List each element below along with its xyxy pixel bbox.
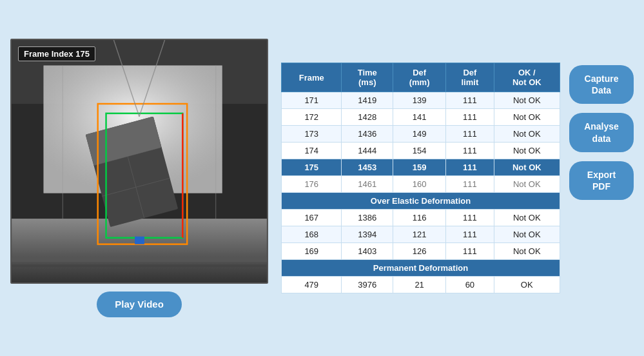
table-row: 167 1386 116 111 Not OK [282, 210, 560, 226]
video-frame: Frame Index 175 [10, 39, 268, 284]
cell-time: 1428 [342, 109, 393, 126]
cell-status: Not OK [494, 210, 560, 226]
capture-data-button[interactable]: Capture Data [569, 65, 634, 104]
table-header-row: Frame Time(ms) Def(mm) Deflimit OK /Not … [282, 63, 560, 92]
section-title-permanent: Permanent Deformation [282, 260, 560, 277]
cell-limit: 111 [446, 159, 494, 176]
cell-frame: 175 [282, 159, 342, 176]
section-title-over-elastic: Over Elastic Deformation [282, 193, 560, 210]
cell-limit: 111 [446, 126, 494, 143]
cell-def: 160 [393, 176, 446, 193]
side-buttons-panel: Capture Data Analyse data Export PDF [569, 63, 634, 200]
table-row: 169 1403 126 111 Not OK [282, 243, 560, 260]
svg-rect-5 [12, 257, 267, 262]
col-header-limit: Deflimit [446, 63, 494, 92]
cell-def: 149 [393, 126, 446, 143]
cell-def: 126 [393, 243, 446, 260]
left-panel: Frame Index 175 [10, 39, 268, 317]
svg-rect-4 [12, 219, 267, 282]
data-table: Frame Time(ms) Def(mm) Deflimit OK /Not … [281, 63, 560, 293]
section-header-over-elastic: Over Elastic Deformation [282, 193, 560, 210]
cell-time: 1386 [342, 210, 393, 226]
cell-limit: 111 [446, 143, 494, 159]
table-row: 173 1436 149 111 Not OK [282, 126, 560, 143]
cell-status: Not OK [494, 226, 560, 243]
cell-status: Not OK [494, 109, 560, 126]
table-row: 171 1419 139 111 Not OK [282, 92, 560, 109]
svg-rect-6 [12, 265, 267, 268]
cell-frame: 479 [282, 277, 342, 293]
cell-status: OK [494, 277, 560, 293]
analyse-data-button[interactable]: Analyse data [569, 113, 634, 152]
cell-frame: 171 [282, 92, 342, 109]
table-row-partial: 176 1461 160 111 Not OK [282, 176, 560, 193]
cell-def: 141 [393, 109, 446, 126]
col-header-def: Def(mm) [393, 63, 446, 92]
cell-limit: 111 [446, 176, 494, 193]
cell-frame: 172 [282, 109, 342, 126]
cell-status: Not OK [494, 243, 560, 260]
cell-time: 1419 [342, 92, 393, 109]
cell-def: 154 [393, 143, 446, 159]
cell-time: 1453 [342, 159, 393, 176]
cell-status: Not OK [494, 92, 560, 109]
cell-limit: 111 [446, 243, 494, 260]
section-header-permanent: Permanent Deformation [282, 260, 560, 277]
cell-def: 159 [393, 159, 446, 176]
cell-time: 1436 [342, 126, 393, 143]
play-video-button[interactable]: Play Video [97, 292, 182, 317]
cell-time: 1403 [342, 243, 393, 260]
cell-status: Not OK [494, 143, 560, 159]
cell-time: 1444 [342, 143, 393, 159]
cell-time: 1394 [342, 226, 393, 243]
cell-frame: 176 [282, 176, 342, 193]
export-pdf-button[interactable]: Export PDF [569, 161, 634, 200]
frame-label: Frame Index 175 [18, 46, 95, 61]
cell-frame: 167 [282, 210, 342, 226]
table-row-highlighted: 175 1453 159 111 Not OK [282, 159, 560, 176]
cell-status: Not OK [494, 159, 560, 176]
table-row: 172 1428 141 111 Not OK [282, 109, 560, 126]
col-header-time: Time(ms) [342, 63, 393, 92]
cell-limit: 60 [446, 277, 494, 293]
svg-rect-15 [135, 237, 144, 244]
col-header-frame: Frame [282, 63, 342, 92]
cell-limit: 111 [446, 92, 494, 109]
cell-def: 139 [393, 92, 446, 109]
cell-def: 121 [393, 226, 446, 243]
table-row: 174 1444 154 111 Not OK [282, 143, 560, 159]
cell-frame: 168 [282, 226, 342, 243]
cell-status: Not OK [494, 176, 560, 193]
cell-frame: 169 [282, 243, 342, 260]
table-row: 168 1394 121 111 Not OK [282, 226, 560, 243]
cell-def: 21 [393, 277, 446, 293]
col-header-status: OK /Not OK [494, 63, 560, 92]
cell-frame: 173 [282, 126, 342, 143]
cell-time: 3976 [342, 277, 393, 293]
cell-status: Not OK [494, 126, 560, 143]
table-row: 479 3976 21 60 OK [282, 277, 560, 293]
cell-limit: 111 [446, 226, 494, 243]
cell-limit: 111 [446, 109, 494, 126]
cell-def: 116 [393, 210, 446, 226]
cell-limit: 111 [446, 210, 494, 226]
cell-time: 1461 [342, 176, 393, 193]
right-panel: Frame Time(ms) Def(mm) Deflimit OK /Not … [281, 63, 634, 293]
cell-frame: 174 [282, 143, 342, 159]
